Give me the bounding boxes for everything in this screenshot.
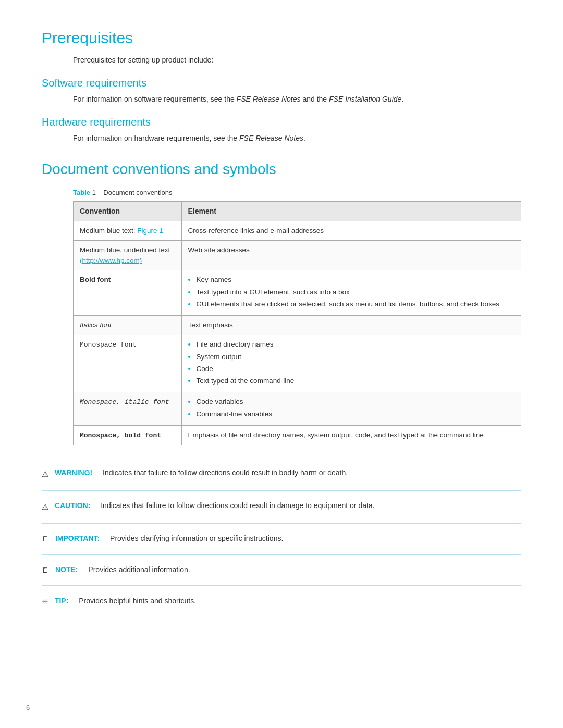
italic-convention-label: Italics font <box>80 321 112 329</box>
list-item: File and directory names <box>188 339 515 350</box>
table-number: 1 <box>92 189 96 196</box>
table-row: Bold font Key names Text typed into a GU… <box>74 270 521 316</box>
list-item: Key names <box>188 275 515 285</box>
warning-icon <box>42 468 48 480</box>
note-label: NOTE: <box>53 564 78 575</box>
software-text-after: . <box>401 95 403 103</box>
note-notice: 🗒 NOTE: Provides additional information. <box>42 554 521 585</box>
caution-icon <box>42 501 48 513</box>
element-cell: Code variables Command-line variables <box>181 392 521 426</box>
convention-cell: Monospace, italic font <box>74 392 182 426</box>
list-item: Command-line variables <box>188 409 515 419</box>
list-item: GUI elements that are clicked or selecte… <box>188 299 515 310</box>
list-item: Code variables <box>188 397 515 407</box>
bold-convention-label: Bold font <box>80 276 111 283</box>
software-requirements-heading: Software requirements <box>42 75 521 91</box>
caution-label: CAUTION: <box>53 500 90 511</box>
table-row: Monospace, italic font Code variables Co… <box>74 392 521 426</box>
software-text-before: For information on software requirements… <box>73 95 237 103</box>
col-element: Element <box>181 201 521 221</box>
url-link[interactable]: (http://www.hp.com) <box>80 256 142 264</box>
important-text: Provides clarifying information or speci… <box>110 533 283 544</box>
caution-notice: CAUTION: Indicates that failure to follo… <box>42 490 521 523</box>
warning-text: Indicates that failure to follow directi… <box>103 467 348 478</box>
tip-label: TIP: <box>53 596 68 607</box>
convention-cell: Bold font <box>74 270 182 316</box>
page-title: Prerequisites <box>42 26 521 50</box>
col-convention: Convention <box>74 201 182 221</box>
convention-cell: Italics font <box>74 316 182 335</box>
element-cell: Text emphasis <box>181 316 521 335</box>
software-italic1: FSE Release Notes <box>237 95 301 103</box>
important-notice: 🗒 IMPORTANT: Provides clarifying informa… <box>42 523 521 554</box>
prerequisites-intro: Prerequisites for setting up product inc… <box>73 55 521 66</box>
element-cell: Cross-reference links and e-mail address… <box>181 221 521 240</box>
mono-bold-convention-label: Monospace, bold font <box>80 431 161 439</box>
table-label: Table 1 Document conventions <box>73 188 521 198</box>
convention-cell: Medium blue, underlined text (http://www… <box>74 240 182 270</box>
notices-container: WARNING! Indicates that failure to follo… <box>42 458 521 618</box>
tip-icon: ✳ <box>42 596 48 608</box>
warning-notice: WARNING! Indicates that failure to follo… <box>42 458 521 490</box>
list-item: Text typed into a GUI element, such as i… <box>188 287 515 298</box>
note-text: Provides additional information. <box>88 564 190 575</box>
hardware-text-after: . <box>303 134 305 142</box>
element-cell: Key names Text typed into a GUI element,… <box>181 270 521 316</box>
caution-text: Indicates that failure to follow directi… <box>101 500 374 511</box>
important-label: IMPORTANT: <box>53 533 100 544</box>
hardware-italic1: FSE Release Notes <box>239 134 303 142</box>
software-italic2: FSE Installation Guide <box>329 95 401 103</box>
figure-link: Figure 1 <box>137 227 163 235</box>
table-row: Italics font Text emphasis <box>74 316 521 335</box>
hardware-requirements-text: For information on hardware requirements… <box>73 133 521 144</box>
element-cell: Web site addresses <box>181 240 521 270</box>
table-row: Monospace, bold font Emphasis of file an… <box>74 425 521 445</box>
mono-italic-element-list: Code variables Command-line variables <box>188 397 515 419</box>
software-text-middle: and the <box>301 95 329 103</box>
note-icon: 🗒 <box>42 565 49 576</box>
doc-conventions-title: Document conventions and symbols <box>42 158 521 180</box>
warning-label: WARNING! <box>53 467 92 478</box>
table-word: Table <box>73 189 90 196</box>
table-row: Medium blue text: Figure 1 Cross-referen… <box>74 221 521 240</box>
convention-cell: Monospace font <box>74 335 182 392</box>
table-row: Medium blue, underlined text (http://www… <box>74 240 521 270</box>
element-cell: Emphasis of file and directory names, sy… <box>181 425 521 445</box>
conventions-table: Convention Element Medium blue text: Fig… <box>73 201 521 446</box>
hardware-requirements-heading: Hardware requirements <box>42 114 521 130</box>
mono-convention-label: Monospace font <box>80 341 137 349</box>
element-cell: File and directory names System output C… <box>181 335 521 392</box>
table-title: Document conventions <box>103 189 172 196</box>
list-item: Code <box>188 364 515 374</box>
software-requirements-text: For information on software requirements… <box>73 94 521 105</box>
tip-notice: ✳ TIP: Provides helpful hints and shortc… <box>42 586 521 618</box>
list-item: Text typed at the command-line <box>188 376 515 386</box>
convention-cell: Monospace, bold font <box>74 425 182 445</box>
tip-text: Provides helpful hints and shortcuts. <box>79 596 196 607</box>
hardware-text-before: For information on hardware requirements… <box>73 134 239 142</box>
mono-italic-convention-label: Monospace, italic font <box>80 398 169 406</box>
bold-element-list: Key names Text typed into a GUI element,… <box>188 275 515 310</box>
mono-element-list: File and directory names System output C… <box>188 339 515 386</box>
convention-cell: Medium blue text: Figure 1 <box>74 221 182 240</box>
list-item: System output <box>188 352 515 362</box>
table-row: Monospace font File and directory names … <box>74 335 521 392</box>
important-icon: 🗒 <box>42 534 49 545</box>
